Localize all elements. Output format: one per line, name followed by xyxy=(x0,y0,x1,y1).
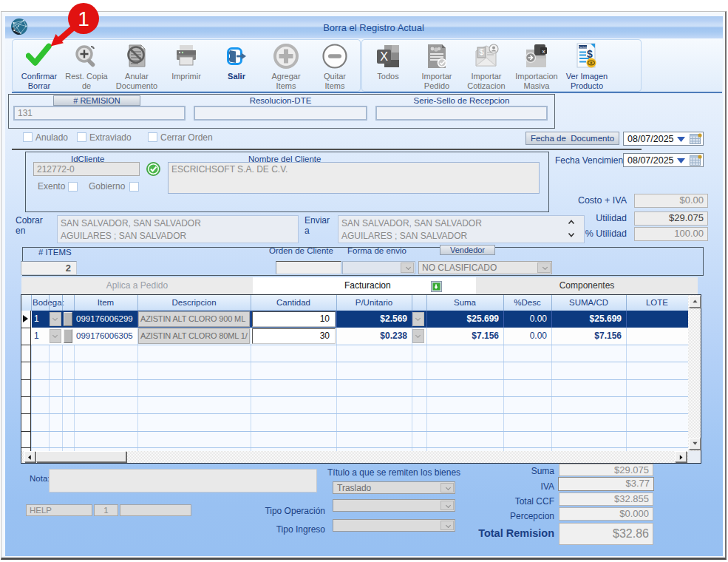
svg-text:$: $ xyxy=(479,47,483,56)
svg-text:1: 1 xyxy=(78,7,89,30)
svg-text:x: x xyxy=(542,48,545,55)
svg-text:X: X xyxy=(380,50,388,63)
